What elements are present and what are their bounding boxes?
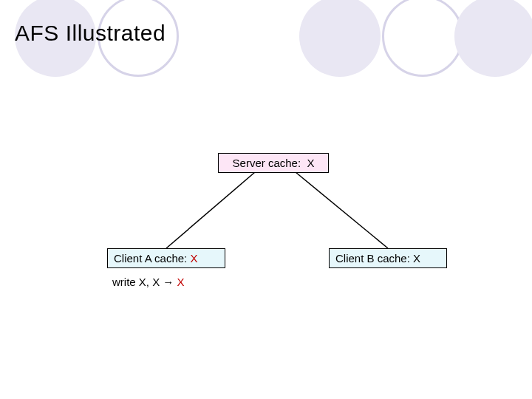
- page-title: AFS Illustrated: [15, 21, 166, 46]
- server-cache-box: Server cache: X: [218, 153, 329, 173]
- server-cache-value: X: [307, 157, 314, 169]
- client-b-cache-value: X: [413, 252, 420, 265]
- client-a-cache-label: Client A cache:: [114, 252, 187, 265]
- server-cache-label: Server cache:: [233, 157, 301, 169]
- svg-line-1: [296, 172, 388, 248]
- client-b-cache-box: Client B cache: X: [329, 248, 447, 268]
- decorative-circle: [454, 0, 532, 77]
- action-prefix: write X, X: [112, 276, 163, 288]
- client-b-cache-label: Client B cache:: [335, 252, 410, 265]
- write-action-text: write X, X → X: [112, 276, 185, 288]
- client-a-cache-value: X: [190, 252, 197, 265]
- action-newval: X: [174, 276, 184, 288]
- svg-line-0: [166, 172, 255, 248]
- client-a-cache-box: Client A cache: X: [107, 248, 225, 268]
- decorative-circle: [299, 0, 381, 77]
- decorative-circle: [382, 0, 463, 77]
- action-arrow: →: [163, 276, 174, 288]
